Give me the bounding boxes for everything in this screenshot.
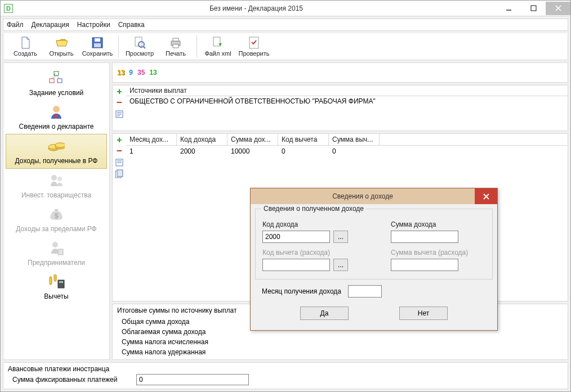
svg-rect-41 [117, 170, 123, 177]
check-icon [248, 37, 260, 49]
advance-panel: Авансовые платежи иностранца Сумма фикси… [3, 362, 568, 389]
copy-income-button[interactable] [114, 169, 124, 179]
rate-9[interactable]: 9 [129, 69, 133, 76]
svg-line-18 [52, 75, 56, 79]
maximize-button[interactable] [521, 2, 546, 15]
menu-help[interactable]: Справка [118, 21, 145, 29]
xml-button[interactable]: Файл xml [200, 34, 235, 59]
income-fieldset: Сведения о полученном доходе Код дохода … [255, 209, 493, 280]
svg-rect-13 [213, 37, 220, 46]
income-table-header: Месяц дох... Код дохода Сумма дох... Код… [126, 134, 568, 146]
sidebar-item-label: Сведения о декларанте [19, 123, 94, 130]
tree-icon [48, 70, 65, 87]
svg-rect-32 [59, 281, 63, 283]
sidebar-item-conditions[interactable]: Задание условий [6, 66, 107, 100]
svg-line-19 [56, 75, 60, 79]
entrepreneur-icon [48, 240, 65, 256]
th-amount[interactable]: Сумма дох... [227, 134, 278, 145]
tax-withheld-label: Сумма налога удержанная [117, 348, 230, 356]
open-button[interactable]: Открыть [44, 34, 79, 59]
menu-settings[interactable]: Настройки [77, 21, 110, 29]
invest-icon [48, 172, 65, 189]
print-icon [169, 37, 182, 49]
fieldset-legend: Сведения о полученном доходе [261, 205, 366, 213]
new-doc-icon [19, 37, 32, 49]
sidebar-item-label: Предприниматели [28, 259, 85, 267]
preview-button[interactable]: Просмотр [122, 34, 157, 59]
code-input[interactable] [262, 231, 330, 243]
sidebar-item-declarant[interactable]: Сведения о декларанте [6, 100, 107, 134]
moneybag-icon: $ [48, 206, 65, 223]
sidebar-item-label: Инвест. товарищества [21, 191, 91, 199]
menu-file[interactable]: Файл [7, 21, 24, 29]
remove-income-button[interactable]: − [114, 146, 124, 156]
source-row[interactable]: ОБЩЕСТВО С ОГРАНИЧЕННОЙ ОТВЕТСТВЕННОСТЬЮ… [126, 96, 568, 106]
sidebar-item-entrepreneur: Предприниматели [6, 236, 107, 270]
th-ded-amount[interactable]: Сумма выч... [329, 134, 380, 145]
th-code[interactable]: Код дохода [177, 134, 227, 145]
code-label: Код дохода [262, 220, 357, 228]
save-icon [91, 37, 104, 49]
dialog-close-button[interactable] [475, 188, 497, 204]
sidebar-item-label: Доходы, полученные в РФ [15, 157, 98, 165]
amount-input[interactable] [391, 231, 458, 243]
save-button[interactable]: Сохранить [80, 34, 115, 59]
sidebar-item-abroad: $ Доходы за пределами РФ [6, 202, 107, 236]
rate-bar: 13 9 35 13 [112, 62, 568, 83]
remove-source-button[interactable]: − [114, 98, 124, 108]
amount-label: Сумма дохода [391, 220, 485, 228]
sidebar-item-label: Доходы за пределами РФ [16, 225, 96, 233]
menu-declaration[interactable]: Декларация [32, 21, 69, 29]
minimize-button[interactable] [496, 2, 521, 15]
close-button[interactable] [546, 2, 570, 15]
no-button[interactable]: Нет [399, 307, 448, 320]
sidebar: Задание условий Сведения о декларанте До… [3, 62, 110, 360]
advance-fixed-label: Сумма фиксированных платежей [8, 376, 132, 384]
svg-rect-16 [50, 79, 54, 83]
ded-amount-label: Сумма вычета (расхода) [391, 249, 485, 256]
add-income-button[interactable]: + [114, 135, 124, 145]
print-button[interactable]: Печать [158, 34, 193, 59]
month-label: Месяц получения дохода [262, 287, 341, 295]
edit-income-button[interactable] [114, 157, 124, 168]
add-source-button[interactable]: + [114, 87, 124, 97]
new-button[interactable]: Создать [8, 34, 43, 59]
titlebar: D Без имени - Декларация 2015 [1, 1, 570, 16]
table-row[interactable]: 1 2000 10000 0 0 [126, 146, 568, 157]
xml-icon [212, 37, 224, 49]
th-ded-code[interactable]: Код вычета [278, 134, 329, 145]
month-input[interactable] [348, 285, 382, 298]
sources-panel: + − Источники выплат ОБЩЕСТВО С ОГРАНИЧЕ… [112, 85, 568, 131]
folder-open-icon [55, 37, 68, 49]
svg-point-29 [52, 242, 58, 247]
svg-line-9 [144, 47, 145, 48]
ded-code-label: Код вычета (расхода) [262, 249, 357, 256]
rate-13a[interactable]: 13 [117, 69, 124, 76]
toolbar: Создать Открыть Сохранить Просмотр Печат… [3, 33, 568, 60]
app-icon: D [4, 4, 13, 13]
rate-13b[interactable]: 13 [149, 69, 157, 76]
preview-icon [133, 37, 146, 49]
svg-rect-30 [58, 249, 63, 255]
svg-text:$: $ [55, 212, 59, 220]
advance-header: Авансовые платежи иностранца [8, 365, 563, 373]
sources-header: Источники выплат [126, 85, 568, 96]
edit-source-button[interactable] [114, 109, 124, 119]
income-dialog: Сведения о доходе Сведения о полученном … [250, 188, 498, 331]
rate-35[interactable]: 35 [137, 69, 145, 76]
coins-icon [48, 138, 65, 155]
svg-point-25 [55, 143, 65, 147]
taxable-income-label: Облагаемая сумма дохода [117, 328, 230, 336]
sidebar-item-deductions[interactable]: Вычеты [6, 270, 107, 304]
svg-rect-11 [173, 38, 179, 41]
sidebar-item-invest: Инвест. товарищества [6, 169, 107, 202]
svg-rect-12 [173, 44, 179, 48]
svg-rect-1 [531, 6, 536, 11]
sidebar-item-incomes-rf[interactable]: Доходы, полученные в РФ [6, 134, 107, 169]
check-button[interactable]: Проверить [237, 34, 271, 59]
advance-fixed-input[interactable] [136, 374, 249, 385]
code-lookup-button[interactable]: ... [333, 231, 348, 243]
yes-button[interactable]: Да [300, 307, 349, 320]
th-month[interactable]: Месяц дох... [126, 134, 177, 145]
menubar: Файл Декларация Настройки Справка [3, 19, 568, 31]
